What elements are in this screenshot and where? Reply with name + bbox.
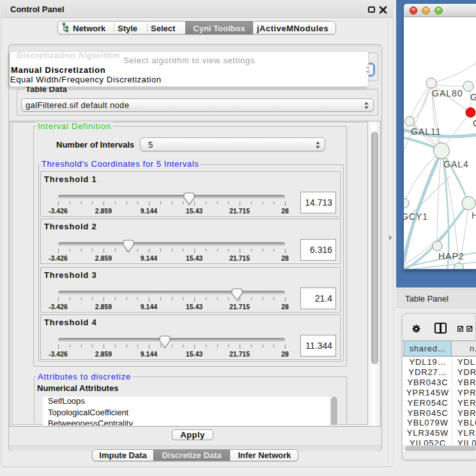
svg-text:GAL11: GAL11 [411,127,441,137]
svg-text:GCY1: GCY1 [404,211,428,222]
svg-text:GAL4: GAL4 [443,159,469,169]
svg-text:HAP2: HAP2 [438,251,464,261]
svg-text:GA: GA [470,92,476,102]
svg-text:HA: HA [472,210,476,220]
svg-text:GAL80: GAL80 [432,88,463,98]
svg-text:C: C [473,118,476,128]
